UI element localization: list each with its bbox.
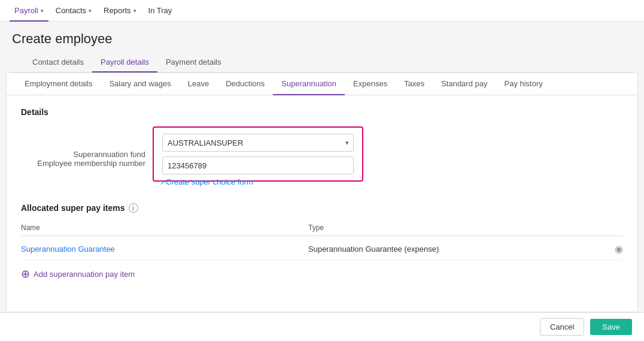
primary-tab-bar: Contact details Payroll details Payment … xyxy=(12,53,632,73)
external-link-icon: ↗ xyxy=(160,178,166,186)
column-name-header: Name xyxy=(21,224,308,232)
main-content: Create employee Contact details Payroll … xyxy=(0,22,644,341)
tab-leave[interactable]: Leave xyxy=(180,73,217,95)
row-name-cell: Superannuation Guarantee xyxy=(21,245,308,254)
allocated-header: Allocated super pay items i xyxy=(21,203,623,213)
membership-label: Employee membership number xyxy=(21,159,153,168)
tab-superannuation[interactable]: Superannuation xyxy=(273,73,345,95)
secondary-tab-bar: Employment details Salary and wages Leav… xyxy=(7,73,637,95)
tab-salary-wages[interactable]: Salary and wages xyxy=(101,73,179,95)
nav-contacts[interactable]: Contacts ▾ xyxy=(51,0,96,22)
tab-taxes[interactable]: Taxes xyxy=(396,73,433,95)
tab-payment-details[interactable]: Payment details xyxy=(157,53,230,73)
save-button[interactable]: Save xyxy=(590,319,632,335)
create-super-choice-link[interactable]: Create super choice form xyxy=(166,177,253,186)
add-super-item-row[interactable]: ⊕ Add superannuation pay item xyxy=(21,267,623,280)
page-title: Create employee xyxy=(12,31,632,47)
nav-reports[interactable]: Reports ▾ xyxy=(99,0,141,22)
reports-chevron-icon: ▾ xyxy=(133,8,136,14)
fund-select[interactable]: AUSTRALIANSUPER xyxy=(162,134,354,152)
table-header: Name Type xyxy=(21,220,623,236)
row-type-cell: Superannuation Guarantee (expense) xyxy=(308,245,609,254)
content-card: Employment details Salary and wages Leav… xyxy=(6,73,638,312)
tab-payroll-details[interactable]: Payroll details xyxy=(92,53,157,73)
page-header: Create employee Contact details Payroll … xyxy=(0,22,644,73)
payroll-chevron-icon: ▾ xyxy=(41,8,44,14)
add-item-label: Add superannuation pay item xyxy=(34,270,135,279)
cancel-button[interactable]: Cancel xyxy=(540,318,584,336)
tab-deductions[interactable]: Deductions xyxy=(217,73,273,95)
add-circle-icon: ⊕ xyxy=(21,267,30,280)
fund-label: Superannuation fund xyxy=(21,150,153,159)
tab-pay-history[interactable]: Pay history xyxy=(496,73,551,95)
top-navigation: Payroll ▾ Contacts ▾ Reports ▾ In Tray xyxy=(0,0,644,22)
remove-icon[interactable]: ◉ xyxy=(615,244,623,254)
info-icon[interactable]: i xyxy=(129,203,138,213)
allocated-title: Allocated super pay items xyxy=(21,203,125,213)
nav-intray[interactable]: In Tray xyxy=(144,0,177,22)
allocated-section: Allocated super pay items i Name Type Su… xyxy=(21,203,623,280)
tab-standard-pay[interactable]: Standard pay xyxy=(433,73,496,95)
superannuation-guarantee-link[interactable]: Superannuation Guarantee xyxy=(21,245,115,254)
contacts-chevron-icon: ▾ xyxy=(89,8,92,14)
nav-payroll[interactable]: Payroll ▾ xyxy=(10,0,48,22)
details-section-title: Details xyxy=(21,107,623,117)
column-type-header: Type xyxy=(308,224,623,232)
table-row: Superannuation Guarantee Superannuation … xyxy=(21,239,623,260)
card-body: Details Superannuation fund AUSTRALIANSU… xyxy=(7,95,637,312)
tab-contact-details[interactable]: Contact details xyxy=(24,53,92,73)
row-action-cell: ◉ xyxy=(609,243,623,255)
tab-expenses[interactable]: Expenses xyxy=(345,73,396,95)
tab-employment-details[interactable]: Employment details xyxy=(16,73,101,95)
page-footer: Cancel Save xyxy=(0,312,644,341)
details-section: Details Superannuation fund AUSTRALIANSU… xyxy=(21,107,623,186)
fund-select-wrapper: AUSTRALIANSUPER ▾ xyxy=(162,134,354,152)
